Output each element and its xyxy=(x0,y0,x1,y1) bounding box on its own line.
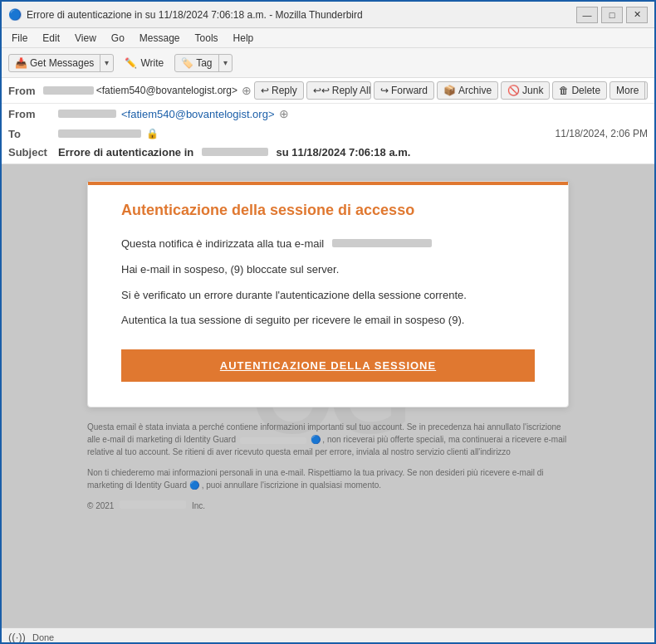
email-content-area: OG Autenticazione della sessione di acce… xyxy=(2,164,654,627)
email-header: From <fatiem540@bovantelogist.org> ⊕ ↩ R… xyxy=(2,78,654,164)
from-label-toolbar: From xyxy=(8,85,36,97)
sender-email-value[interactable]: <fatiem540@bovantelogist.org> xyxy=(121,108,274,120)
sender-email-toolbar: <fatiem540@bovantelogist.org> xyxy=(96,85,237,96)
menu-bar: File Edit View Go Message Tools Help xyxy=(2,28,654,48)
reply-all-button[interactable]: ↩↩ Reply All xyxy=(307,82,371,99)
email-card: Autenticazione della sessione di accesso… xyxy=(87,181,569,407)
email-footer: Questa email è stata inviata a perché co… xyxy=(87,421,569,520)
window-title: Errore di autenticazione in su 11/18/202… xyxy=(27,9,576,21)
title-bar: 🔵 Errore di autenticazione in su 11/18/2… xyxy=(2,2,654,28)
sender-redacted-toolbar xyxy=(43,86,94,95)
card-line1: Questa notifica è indirizzata alla tua e… xyxy=(121,236,535,253)
menu-view[interactable]: View xyxy=(68,31,103,46)
tag-split: 🏷️ Tag ▾ xyxy=(174,54,232,72)
get-messages-split: 📥 Get Messages ▾ xyxy=(8,54,114,72)
menu-go[interactable]: Go xyxy=(105,31,131,46)
company-redacted xyxy=(120,500,186,509)
reply-button[interactable]: ↩ Reply xyxy=(254,81,304,100)
download-icon: 📥 xyxy=(15,57,27,69)
to-value: 🔒 xyxy=(58,128,556,139)
subject-value: Errore di autenticazione in su 11/18/202… xyxy=(58,146,410,159)
window-controls: — □ ✕ xyxy=(576,7,648,23)
more-arrow[interactable]: ▾ xyxy=(645,84,648,98)
status-bar: ((·)) Done xyxy=(2,627,654,644)
sender-name-redacted xyxy=(58,110,116,118)
app-icon: 🔵 xyxy=(8,8,22,22)
junk-button[interactable]: 🚫 Junk xyxy=(501,81,550,100)
reply-icon: ↩ xyxy=(261,85,269,96)
minimize-button[interactable]: — xyxy=(576,7,598,23)
app-window: 🔵 Errore di autenticazione in su 11/18/2… xyxy=(2,2,654,644)
from-value: <fatiem540@bovantelogist.org> ⊕ xyxy=(58,107,648,120)
reply-all-split: ↩↩ Reply All ▾ xyxy=(306,81,371,100)
tag-icon: 🏷️ xyxy=(181,57,193,69)
footer-copyright: © 2021 Inc. xyxy=(87,500,569,512)
menu-help[interactable]: Help xyxy=(227,31,261,46)
footer-section-1: Questa email è stata inviata a perché co… xyxy=(87,421,569,458)
footer-circle-icon-2: 🔵 xyxy=(189,481,199,490)
menu-file[interactable]: File xyxy=(5,31,34,46)
card-title: Autenticazione della sessione di accesso xyxy=(121,202,535,219)
archive-icon: 📦 xyxy=(443,85,456,96)
card-top-border xyxy=(88,182,568,185)
menu-tools[interactable]: Tools xyxy=(188,31,225,46)
sender-info-icon[interactable]: ⊕ xyxy=(279,107,289,120)
to-field: To 🔒 11/18/2024, 2:06 PM xyxy=(2,124,654,144)
footer-section-2: Non ti chiederemo mai informazioni perso… xyxy=(87,466,569,491)
email-action-toolbar: From <fatiem540@bovantelogist.org> ⊕ ↩ R… xyxy=(2,78,654,104)
contact-icon[interactable]: ⊕ xyxy=(242,84,252,97)
tag-button[interactable]: 🏷️ Tag xyxy=(175,55,218,71)
card-line3: Si è verificato un errore durante l'aute… xyxy=(121,287,535,305)
email-date: 11/18/2024, 2:06 PM xyxy=(556,128,648,139)
get-messages-arrow[interactable]: ▾ xyxy=(100,56,113,70)
card-line4: Autentica la tua sessione di seguito per… xyxy=(121,312,535,329)
junk-icon: 🚫 xyxy=(507,85,520,96)
tag-arrow[interactable]: ▾ xyxy=(219,56,232,70)
get-messages-button[interactable]: 📥 Get Messages xyxy=(9,55,100,71)
recipient-info-icon[interactable]: 🔒 xyxy=(146,128,159,139)
write-button[interactable]: ✏️ Write xyxy=(117,53,171,73)
email-redacted xyxy=(332,239,432,247)
subject-label: Subject xyxy=(8,146,58,159)
forward-button[interactable]: ↪ Forward xyxy=(374,81,434,100)
menu-message[interactable]: Message xyxy=(133,31,187,46)
delete-icon: 🗑 xyxy=(559,85,569,96)
close-button[interactable]: ✕ xyxy=(626,7,648,23)
more-split: More ▾ xyxy=(609,81,648,100)
copyright-symbol: © xyxy=(87,501,93,510)
footer-redacted-1 xyxy=(240,437,306,444)
copyright-year: 2021 xyxy=(95,501,116,510)
subject-redacted xyxy=(202,148,268,156)
reply-all-icon: ↩↩ xyxy=(313,85,330,96)
status-text: Done xyxy=(32,632,54,642)
to-label: To xyxy=(8,128,58,140)
footer-circle-icon-1: 🔵 xyxy=(311,435,321,444)
wifi-icon: ((·)) xyxy=(8,631,26,643)
from-label: From xyxy=(8,108,58,120)
archive-button[interactable]: 📦 Archive xyxy=(437,81,498,100)
from-field: From <fatiem540@bovantelogist.org> ⊕ xyxy=(2,104,654,124)
maximize-button[interactable]: □ xyxy=(601,7,623,23)
pencil-icon: ✏️ xyxy=(125,57,137,69)
recipient-redacted xyxy=(58,129,141,138)
main-toolbar: 📥 Get Messages ▾ ✏️ Write 🏷️ Tag ▾ xyxy=(2,48,654,78)
menu-edit[interactable]: Edit xyxy=(36,31,66,46)
forward-icon: ↪ xyxy=(380,85,389,96)
delete-button[interactable]: 🗑 Delete xyxy=(552,81,607,100)
card-line2: Hai e-mail in sospeso, (9) bloccate sul … xyxy=(121,261,535,279)
subject-field: Subject Errore di autenticazione in su 1… xyxy=(2,144,654,163)
session-auth-button[interactable]: AUTENTICAZIONE DELLA SESSIONE xyxy=(121,349,535,382)
more-button[interactable]: More xyxy=(610,82,645,99)
